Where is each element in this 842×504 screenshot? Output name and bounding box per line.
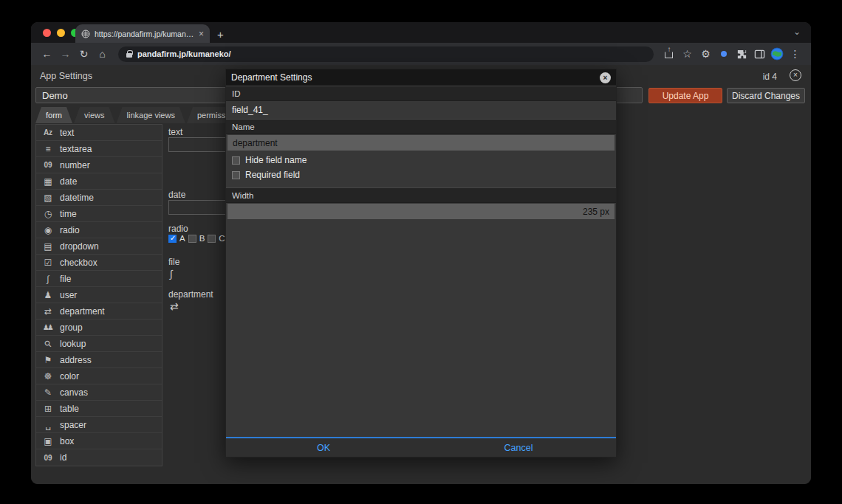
required-field-checkbox[interactable] xyxy=(232,171,240,179)
dialog-title: Department Settings xyxy=(231,72,312,83)
field-type-date[interactable]: ▦date xyxy=(36,173,162,190)
field-type-label: file xyxy=(60,274,71,284)
field-type-label: department xyxy=(60,306,105,317)
field-type-lookup[interactable]: ⚲lookup xyxy=(36,336,162,352)
field-type-group[interactable]: ♟♟group xyxy=(36,320,162,336)
field-type-department[interactable]: ⇄department xyxy=(36,303,162,320)
browser-tab[interactable]: https://pandafirm.jp/kumaneko × xyxy=(75,24,210,43)
close-window-button[interactable] xyxy=(43,29,51,37)
radio-option-label: C xyxy=(219,234,225,243)
ok-button[interactable]: OK xyxy=(226,438,421,457)
field-type-label: number xyxy=(60,160,90,170)
browser-toolbar: ← → ↻ ⌂ pandafirm.jp/kumaneko/ ↑ ☆ ⚙ xyxy=(31,43,811,65)
field-type-file[interactable]: ∫file xyxy=(36,271,162,287)
reload-icon[interactable]: ↻ xyxy=(75,43,92,65)
extensions-puzzle-icon[interactable] xyxy=(733,43,750,65)
minimize-window-button[interactable] xyxy=(57,29,65,37)
preview-department-label: department xyxy=(168,289,213,300)
side-panel-icon[interactable] xyxy=(751,43,767,65)
field-width-input[interactable] xyxy=(227,204,615,219)
dropdown-icon: ▤ xyxy=(41,241,55,252)
update-app-button[interactable]: Update App xyxy=(648,88,722,103)
dialog-close-icon[interactable]: × xyxy=(600,72,611,83)
tab-search-chevron-icon[interactable]: ⌄ xyxy=(793,27,801,37)
tab-views[interactable]: views xyxy=(74,107,115,123)
tab-close-icon[interactable]: × xyxy=(199,30,204,38)
address-bar[interactable]: pandafirm.jp/kumaneko/ xyxy=(118,46,654,62)
field-type-user[interactable]: ♟user xyxy=(36,287,162,303)
datetime-icon: ▧ xyxy=(41,193,55,203)
field-type-time[interactable]: ◷time xyxy=(36,206,162,222)
field-type-label: lookup xyxy=(60,339,86,349)
field-type-box[interactable]: ▣box xyxy=(36,433,162,449)
time-icon: ◷ xyxy=(41,209,55,219)
field-type-label: color xyxy=(60,371,79,382)
name-section-label: Name xyxy=(226,119,616,134)
paperclip-icon: ∫ xyxy=(41,274,55,284)
dialog-footer: OK Cancel xyxy=(226,437,616,457)
field-type-table[interactable]: ⊞table xyxy=(36,401,162,417)
color-wheel-icon: ☸ xyxy=(41,371,55,382)
app-id-badge: id 4 xyxy=(763,72,777,82)
date-icon: ▦ xyxy=(41,176,55,187)
checkbox-icon: ☑ xyxy=(41,258,55,268)
home-icon[interactable]: ⌂ xyxy=(94,43,111,65)
radio-option-checkbox[interactable] xyxy=(168,235,177,243)
sync-status-icon[interactable] xyxy=(721,51,727,57)
tab-title: https://pandafirm.jp/kumaneko xyxy=(95,30,194,38)
field-id-value: field_41_ xyxy=(226,101,616,119)
back-icon[interactable]: ← xyxy=(38,43,55,65)
field-type-number[interactable]: 09number xyxy=(36,157,162,173)
required-field-label: Required field xyxy=(245,170,300,180)
browser-menu-icon[interactable]: ⋮ xyxy=(787,43,804,65)
textarea-icon: ≡ xyxy=(41,144,55,154)
search-icon: ⚲ xyxy=(40,335,57,352)
cancel-button[interactable]: Cancel xyxy=(421,438,616,457)
hide-field-name-checkbox[interactable] xyxy=(232,156,240,165)
field-type-address[interactable]: ⚑address xyxy=(36,352,162,368)
preview-date-label: date xyxy=(168,190,185,200)
department-settings-dialog: Department Settings × ID field_41_ Name … xyxy=(225,69,617,458)
field-type-id[interactable]: 09id xyxy=(36,449,162,466)
url-text: pandafirm.jp/kumaneko/ xyxy=(137,49,231,58)
tab-form[interactable]: form xyxy=(35,107,72,123)
radio-icon: ◉ xyxy=(41,225,55,235)
field-type-label: datetime xyxy=(60,193,94,203)
window-controls xyxy=(43,29,79,37)
field-type-label: checkbox xyxy=(60,258,97,268)
forward-icon[interactable]: → xyxy=(57,43,74,65)
field-type-datetime[interactable]: ▧datetime xyxy=(36,190,162,206)
field-type-dropdown[interactable]: ▤dropdown xyxy=(36,238,162,255)
field-type-spacer[interactable]: ␣spacer xyxy=(36,417,162,433)
dialog-titlebar: Department Settings × xyxy=(226,69,616,86)
field-type-color[interactable]: ☸color xyxy=(36,368,162,384)
radio-option-checkbox[interactable] xyxy=(188,235,196,243)
close-settings-icon[interactable]: × xyxy=(790,69,801,81)
preview-radio-label: radio xyxy=(168,224,188,234)
gear-icon[interactable]: ⚙ xyxy=(697,43,714,65)
field-type-canvas[interactable]: ✎canvas xyxy=(36,384,162,401)
bookmark-star-icon[interactable]: ☆ xyxy=(679,43,696,65)
radio-option-label: B xyxy=(199,234,205,243)
field-type-text[interactable]: Aztext xyxy=(36,125,162,141)
field-type-radio[interactable]: ◉radio xyxy=(36,222,162,238)
field-type-label: id xyxy=(60,452,66,463)
field-name-input[interactable] xyxy=(227,135,615,151)
field-type-checkbox[interactable]: ☑checkbox xyxy=(36,255,162,271)
tab-linkage-views[interactable]: linkage views xyxy=(117,107,185,123)
hide-field-name-row[interactable]: Hide field name xyxy=(226,151,616,165)
department-icon: ⇄ xyxy=(170,300,179,312)
group-icon: ♟♟ xyxy=(41,323,55,331)
profile-avatar[interactable] xyxy=(769,43,785,65)
field-type-label: spacer xyxy=(60,420,86,430)
box-icon: ▣ xyxy=(41,436,55,446)
required-field-row[interactable]: Required field xyxy=(226,165,616,180)
field-type-label: textarea xyxy=(60,144,92,154)
new-tab-button[interactable]: + xyxy=(217,29,224,40)
discard-changes-button[interactable]: Discard Changes xyxy=(727,88,805,103)
share-icon[interactable]: ↑ xyxy=(661,43,677,65)
width-section-label: Width xyxy=(226,187,616,203)
field-type-label: user xyxy=(60,290,77,300)
radio-option-checkbox[interactable] xyxy=(208,235,216,243)
field-type-textarea[interactable]: ≡textarea xyxy=(36,141,162,157)
